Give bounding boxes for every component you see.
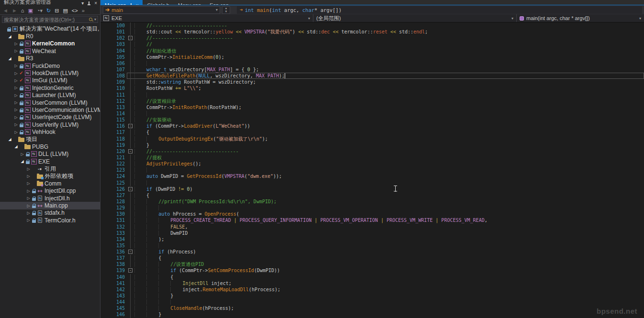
code-line-body[interactable]: );	[127, 236, 644, 242]
breakpoint-margin[interactable]	[100, 142, 116, 148]
va-spinner[interactable]: ▲ ▼	[222, 6, 230, 14]
breakpoint-margin[interactable]	[100, 198, 116, 205]
collapsed-arrow-icon[interactable]: ▷	[13, 100, 19, 105]
breakpoint-margin[interactable]	[100, 267, 116, 274]
expanded-arrow-icon[interactable]: ◢	[7, 56, 12, 61]
tree-item-userinjectcode-llvm[interactable]: ▷⇆UserInjectCode (LLVM)	[0, 114, 100, 121]
breakpoint-margin[interactable]	[100, 274, 116, 280]
breakpoint-margin[interactable]	[100, 249, 116, 255]
code-line-body[interactable]: auto hProcess = OpenProcess(	[127, 211, 644, 217]
code-line-body[interactable]: - if (hProcess)	[127, 249, 644, 255]
collapsed-arrow-icon[interactable]: ▷	[20, 152, 25, 156]
expanded-arrow-icon[interactable]: ◢	[20, 159, 25, 164]
tree-item-kernelcommon[interactable]: ▷⇆KernelCommon	[0, 40, 100, 47]
collapsed-arrow-icon[interactable]: ▷	[26, 189, 31, 193]
code-line-body[interactable]: RootPathW += L"\\";	[127, 85, 644, 91]
collapsed-arrow-icon[interactable]: ▷	[13, 130, 19, 134]
collapsed-arrow-icon[interactable]: ▷	[13, 122, 19, 127]
code-line-body[interactable]: }	[127, 293, 644, 299]
va-signature-field[interactable]: ➔ int main(int argc, char* argv[])	[237, 6, 642, 14]
breakpoint-margin[interactable]	[100, 280, 116, 286]
code-line-body[interactable]: }	[127, 142, 644, 148]
breakpoint-margin[interactable]	[100, 311, 116, 318]
tree-item-项目[interactable]: ◢项目	[0, 136, 100, 143]
code-line-body[interactable]	[127, 180, 644, 186]
tab-main-cpp[interactable]: Main.cpp×	[100, 0, 143, 5]
collapsed-arrow-icon[interactable]: ▷	[26, 218, 31, 222]
code-line-body[interactable]: //printf("DWM ProcessId:%d\r\n", DwmPID)…	[127, 198, 644, 205]
code-line-body[interactable]: AdjustPrivileges();	[127, 161, 644, 167]
breakpoint-margin[interactable]	[100, 205, 116, 211]
breakpoint-margin[interactable]	[100, 66, 116, 73]
tree-item-r0[interactable]: ◢R0	[0, 33, 100, 40]
code-line-body[interactable]: - if (CommPtr->LoadDriver(L"WeCheat"))	[127, 123, 644, 129]
code-line-body[interactable]: {	[127, 274, 644, 280]
breakpoint-margin[interactable]	[100, 136, 116, 142]
back-icon[interactable]: ◄	[3, 7, 8, 14]
collapse-box-icon[interactable]: -	[128, 268, 133, 273]
pin-icon[interactable]	[87, 1, 91, 6]
tree-item-外部依赖项[interactable]: ▷外部依赖项	[0, 173, 100, 180]
code-line-body[interactable]: //提权	[127, 154, 644, 161]
code-line-body[interactable]: }	[127, 311, 644, 318]
tree-item-usercommunication-llvm[interactable]: ▷⇆UserCommunication (LLVM)	[0, 106, 100, 113]
tree-item-pubg[interactable]: ◢PUBG	[0, 143, 100, 150]
tree-item-exe[interactable]: ◢⇆EXE	[0, 158, 100, 165]
collapse-all-icon[interactable]: ⊟	[55, 7, 59, 14]
view-code-icon[interactable]: <>	[72, 7, 78, 14]
project-dropdown-caret-icon[interactable]: ▾	[308, 16, 310, 21]
tree-item-injectdll-h[interactable]: ▷hInjectDll.h	[0, 195, 100, 202]
breakpoint-margin[interactable]	[100, 110, 116, 117]
fold-collapse-box[interactable]: -	[127, 249, 134, 255]
breakpoint-margin[interactable]	[100, 92, 116, 98]
code-line-body[interactable]: - //----------------------------	[127, 35, 644, 41]
breakpoint-margin[interactable]	[100, 255, 116, 261]
code-line-body[interactable]: DwmPID	[127, 230, 644, 236]
code-line-body[interactable]	[127, 242, 644, 249]
collapsed-arrow-icon[interactable]: ▷	[13, 78, 19, 83]
collapse-box-icon[interactable]: -	[128, 250, 133, 254]
tab-globals-h[interactable]: Globals.h	[143, 0, 173, 5]
breakpoint-margin[interactable]	[100, 293, 116, 299]
breakpoint-margin[interactable]	[100, 104, 116, 110]
tab-esp-cpp[interactable]: Esp.cpp	[205, 0, 233, 5]
breakpoint-margin[interactable]	[100, 161, 116, 167]
code-line-body[interactable]: OutputDebugStringEx("驱动被加载了\r\n");	[127, 136, 644, 142]
breakpoint-margin[interactable]	[100, 217, 116, 223]
breakpoint-margin[interactable]	[100, 73, 116, 79]
show-all-files-icon[interactable]: ▤	[63, 7, 67, 14]
code-line-body[interactable]: CommPtr->InitRootPath(RootPathW);	[127, 104, 644, 110]
breakpoint-margin[interactable]	[100, 29, 116, 35]
tree-item-stdafx-h[interactable]: ▷hstdafx.h	[0, 209, 100, 217]
tree-item-imgui-llvm[interactable]: ▷✓⇆ImGui (LLVM)	[0, 77, 100, 84]
breakpoint-margin[interactable]	[100, 98, 116, 104]
code-line-body[interactable]	[127, 110, 644, 117]
collapsed-arrow-icon[interactable]: ▷	[26, 211, 31, 215]
collapsed-arrow-icon[interactable]: ▷	[26, 167, 31, 171]
breakpoint-margin[interactable]	[100, 79, 116, 85]
breakpoint-margin[interactable]	[100, 41, 116, 47]
code-line-body[interactable]: CommPtr->InitializeComm(0);	[127, 54, 644, 60]
collapsed-arrow-icon[interactable]: ▷	[13, 71, 19, 76]
collapse-box-icon[interactable]: -	[128, 187, 133, 191]
code-line-body[interactable]: //安装驱动	[127, 117, 644, 123]
tree-item-termcolor-h[interactable]: ▷hTermColor.h	[0, 217, 100, 224]
search-options-caret-icon[interactable]: ▾	[94, 17, 96, 22]
breakpoint-margin[interactable]	[100, 180, 116, 186]
breakpoint-margin[interactable]	[100, 117, 116, 123]
breakpoint-margin[interactable]	[100, 286, 116, 293]
collapsed-arrow-icon[interactable]: ▷	[13, 93, 19, 98]
code-line-body[interactable]	[127, 299, 644, 305]
scope-dropdown-caret-icon[interactable]: ▾	[511, 16, 513, 21]
tree-item-hookdwm-llvm[interactable]: ▷✓⇆HookDwm (LLVM)	[0, 69, 100, 77]
close-panel-icon[interactable]: ×	[94, 0, 97, 6]
breakpoint-margin[interactable]	[100, 148, 116, 154]
collapsed-arrow-icon[interactable]: ▷	[13, 64, 19, 68]
search-input[interactable]	[4, 17, 89, 22]
refresh-icon[interactable]: ↻	[46, 7, 51, 14]
collapsed-arrow-icon[interactable]: ▷	[13, 86, 19, 90]
tree-item-injectiongeneric[interactable]: ▷⇆InjectionGeneric	[0, 84, 100, 91]
fold-collapse-box[interactable]: -	[127, 35, 134, 41]
breakpoint-margin[interactable]	[100, 35, 116, 41]
code-line-body[interactable]: inject.RemoteMapLoadDll(hProcess);	[127, 286, 644, 293]
